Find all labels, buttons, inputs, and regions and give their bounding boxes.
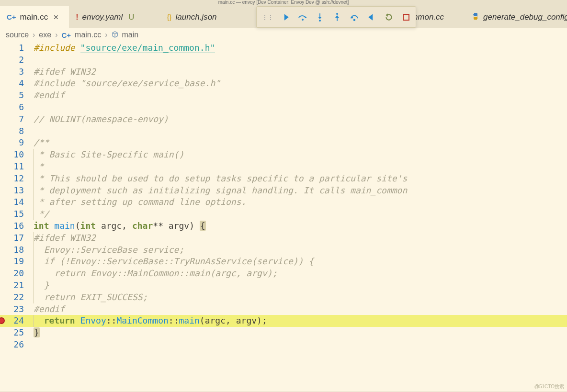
line-number[interactable]: 12	[0, 173, 34, 185]
code-line[interactable]: 16int main(int argc, char** argv) {	[0, 220, 567, 232]
step-into-icon[interactable]	[315, 12, 325, 22]
code-content[interactable]: * after setting up command line options.	[34, 196, 246, 208]
code-line[interactable]: 5#endif	[0, 90, 567, 101]
drag-grip-icon[interactable]: ⋮⋮	[261, 13, 273, 21]
code-content[interactable]: *	[34, 161, 44, 173]
line-number[interactable]: 4	[0, 78, 34, 90]
continue-icon[interactable]	[281, 12, 290, 22]
code-content[interactable]: * This should be used to do setup tasks …	[34, 173, 407, 185]
code-line[interactable]: 22 return EXIT_SUCCESS;	[0, 291, 567, 303]
cpp-file-icon: C+	[61, 31, 71, 39]
code-line[interactable]: 6	[0, 101, 567, 113]
code-line[interactable]: 17#ifdef WIN32	[0, 232, 567, 244]
breadcrumb-symbol[interactable]: main	[122, 31, 139, 39]
code-line[interactable]: 3#ifdef WIN32	[0, 66, 567, 78]
line-number[interactable]: 24	[0, 315, 34, 327]
code-content[interactable]: #endif	[34, 90, 65, 101]
code-editor[interactable]: 1#include "source/exe/main_common.h"23#i…	[0, 42, 567, 391]
code-line[interactable]: 12 * This should be used to do setup tas…	[0, 173, 567, 185]
line-number[interactable]: 1	[0, 42, 34, 54]
code-content[interactable]: */	[34, 208, 49, 220]
line-number[interactable]: 20	[0, 268, 34, 280]
line-number[interactable]: 19	[0, 256, 34, 268]
line-number[interactable]: 8	[0, 125, 34, 137]
code-line[interactable]: 26	[0, 339, 567, 351]
step-over-icon[interactable]	[298, 12, 307, 22]
tab-label: main.cc	[20, 12, 48, 22]
breadcrumb-segment[interactable]: source	[6, 31, 29, 39]
line-number[interactable]: 7	[0, 113, 34, 125]
line-number[interactable]: 26	[0, 339, 34, 351]
code-line[interactable]: 25}	[0, 327, 567, 339]
code-content[interactable]: }	[34, 280, 49, 291]
editor-tab[interactable]: !envoy.yamlU	[69, 6, 141, 28]
line-number[interactable]: 13	[0, 185, 34, 197]
line-number[interactable]: 17	[0, 232, 34, 244]
code-content[interactable]: /**	[34, 137, 49, 149]
code-line[interactable]: 13 * deployment such as initializing sig…	[0, 185, 567, 197]
code-content[interactable]: * deployment such as initializing signal…	[34, 185, 407, 197]
code-line[interactable]: 2	[0, 54, 567, 66]
code-content[interactable]: return Envoy::MainCommon::main(argc, arg…	[34, 315, 267, 327]
code-content[interactable]: if (!Envoy::ServiceBase::TryRunAsService…	[34, 256, 314, 268]
code-content[interactable]: #endif	[34, 303, 65, 315]
line-number[interactable]: 10	[0, 149, 34, 161]
line-number[interactable]: 15	[0, 208, 34, 220]
line-number[interactable]: 21	[0, 280, 34, 291]
code-line[interactable]: 1#include "source/exe/main_common.h"	[0, 42, 567, 54]
code-content[interactable]: #include "source/exe/service_base.h"	[34, 78, 220, 90]
line-number[interactable]: 14	[0, 196, 34, 208]
code-content[interactable]: #include "source/exe/main_common.h"	[34, 42, 215, 54]
line-number[interactable]: 25	[0, 327, 34, 339]
code-line[interactable]: 21 }	[0, 280, 567, 291]
code-line[interactable]: 4#include "source/exe/service_base.h"	[0, 78, 567, 90]
code-line[interactable]: 20 return Envoy::MainCommon::main(argc, …	[0, 268, 567, 280]
line-number[interactable]: 23	[0, 303, 34, 315]
code-content[interactable]: #ifdef WIN32	[34, 66, 96, 78]
code-content[interactable]: }	[34, 327, 40, 339]
code-line[interactable]: 23#endif	[0, 303, 567, 315]
window-title: main.cc — envoy [Dev Container: Envoy De…	[0, 0, 567, 6]
line-number[interactable]: 2	[0, 54, 34, 66]
code-line[interactable]: 19 if (!Envoy::ServiceBase::TryRunAsServ…	[0, 256, 567, 268]
editor-tab[interactable]: generate_debug_config	[465, 6, 567, 28]
code-content[interactable]: #ifdef WIN32	[34, 232, 96, 244]
line-number[interactable]: 9	[0, 137, 34, 149]
chevron-right-icon: ›	[33, 31, 35, 39]
restart-icon[interactable]	[384, 12, 394, 22]
line-number[interactable]: 3	[0, 66, 34, 78]
symbol-cube-icon	[112, 31, 118, 39]
line-number[interactable]: 22	[0, 291, 34, 303]
line-number[interactable]: 16	[0, 220, 34, 232]
code-content[interactable]: Envoy::ServiceBase service;	[34, 244, 184, 256]
code-line[interactable]: 8	[0, 125, 567, 137]
code-content[interactable]: // NOLINT(namespace-envoy)	[34, 113, 169, 125]
breadcrumb-file[interactable]: main.cc	[75, 31, 101, 39]
step-back-icon[interactable]	[350, 12, 359, 22]
code-line[interactable]: 24 return Envoy::MainCommon::main(argc, …	[0, 315, 567, 327]
step-out-icon[interactable]	[332, 12, 342, 22]
line-number[interactable]: 6	[0, 101, 34, 113]
watermark: @51CTO搜索	[534, 383, 564, 390]
code-content[interactable]: return EXIT_SUCCESS;	[34, 291, 147, 303]
close-icon[interactable]: ✕	[52, 13, 60, 22]
code-content[interactable]: * Basic Site-Specific main()	[34, 149, 184, 161]
line-number[interactable]: 5	[0, 90, 34, 101]
breadcrumb-segment[interactable]: exe	[39, 31, 51, 39]
code-content[interactable]: int main(int argc, char** argv) {	[34, 220, 206, 232]
code-line[interactable]: 14 * after setting up command line optio…	[0, 196, 567, 208]
reverse-icon[interactable]	[367, 12, 376, 22]
code-line[interactable]: 10 * Basic Site-Specific main()	[0, 149, 567, 161]
line-number[interactable]: 18	[0, 244, 34, 256]
line-number[interactable]: 11	[0, 161, 34, 173]
breakpoint-icon[interactable]	[0, 317, 5, 324]
stop-icon[interactable]	[401, 12, 411, 22]
code-line[interactable]: 7// NOLINT(namespace-envoy)	[0, 113, 567, 125]
code-line[interactable]: 18 Envoy::ServiceBase service;	[0, 244, 567, 256]
editor-tab[interactable]: C+main.cc✕	[0, 6, 69, 28]
code-line[interactable]: 15 */	[0, 208, 567, 220]
code-line[interactable]: 11 *	[0, 161, 567, 173]
editor-tab[interactable]: {}launch.json	[160, 6, 224, 28]
code-content[interactable]: return Envoy::MainCommon::main(argc, arg…	[34, 268, 277, 280]
code-line[interactable]: 9/**	[0, 137, 567, 149]
